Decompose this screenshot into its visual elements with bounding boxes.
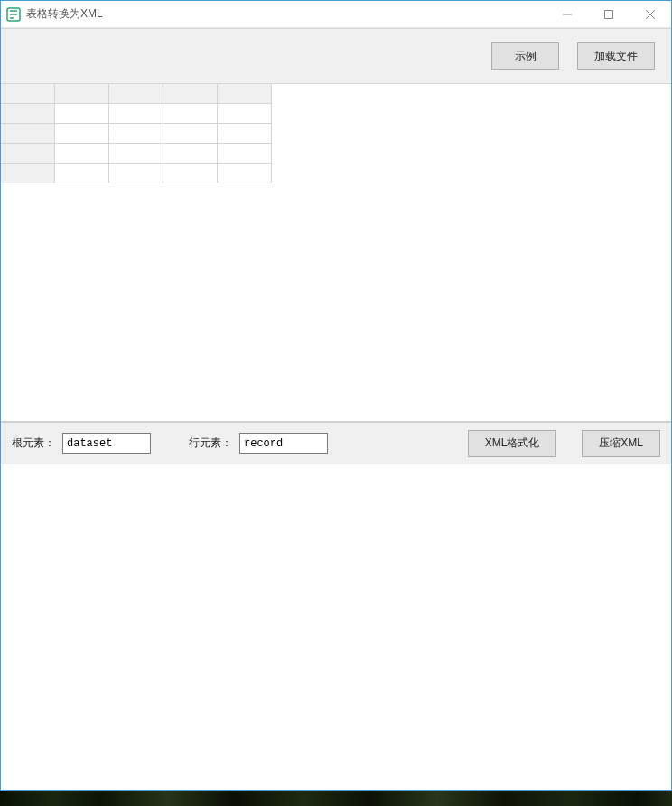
cell[interactable] [109, 104, 163, 124]
row-header[interactable] [1, 144, 55, 164]
column-header[interactable] [218, 84, 272, 104]
column-header[interactable] [109, 84, 163, 104]
corner-cell[interactable] [1, 84, 55, 104]
table-row [1, 104, 272, 124]
cell[interactable] [55, 164, 109, 183]
cell[interactable] [109, 144, 163, 164]
cell[interactable] [163, 164, 218, 183]
cell[interactable] [163, 104, 218, 124]
compress-xml-button[interactable]: 压缩XML [582, 430, 660, 457]
table-row [1, 124, 272, 144]
table-panel [1, 84, 671, 421]
cell[interactable] [55, 144, 109, 164]
middle-toolbar: 根元素： 行元素： XML格式化 压缩XML [1, 421, 671, 464]
column-header[interactable] [163, 84, 218, 104]
cell[interactable] [55, 124, 109, 144]
row-element-label: 行元素： [189, 436, 232, 451]
row-header[interactable] [1, 104, 55, 124]
cell[interactable] [109, 164, 163, 183]
output-panel[interactable] [1, 464, 671, 790]
row-header[interactable] [1, 164, 55, 183]
format-xml-button[interactable]: XML格式化 [468, 430, 557, 457]
cell[interactable] [55, 104, 109, 124]
table-row [1, 164, 272, 183]
table-row [1, 144, 272, 164]
column-header[interactable] [55, 84, 109, 104]
window-title: 表格转换为XML [26, 6, 546, 22]
example-button[interactable]: 示例 [491, 42, 559, 70]
cell[interactable] [163, 144, 218, 164]
maximize-button[interactable] [588, 1, 630, 28]
cell[interactable] [218, 144, 272, 164]
table-header-row [1, 84, 272, 104]
app-icon [6, 7, 21, 22]
cell[interactable] [109, 124, 163, 144]
minimize-button[interactable] [546, 1, 588, 28]
row-element-input[interactable] [239, 433, 328, 454]
close-button[interactable] [630, 1, 671, 28]
root-element-label: 根元素： [12, 436, 55, 451]
data-grid[interactable] [1, 84, 272, 183]
top-toolbar: 示例 加载文件 [1, 28, 671, 84]
application-window: 表格转换为XML 示例 加载文件 [0, 0, 672, 791]
row-header[interactable] [1, 124, 55, 144]
root-element-input[interactable] [62, 433, 151, 454]
cell[interactable] [163, 124, 218, 144]
titlebar: 表格转换为XML [1, 1, 671, 28]
load-file-button[interactable]: 加载文件 [577, 42, 655, 70]
cell[interactable] [218, 164, 272, 183]
cell[interactable] [218, 104, 272, 124]
window-controls [546, 1, 671, 27]
desktop-background-strip [0, 791, 672, 806]
cell[interactable] [218, 124, 272, 144]
svg-rect-1 [605, 11, 613, 19]
